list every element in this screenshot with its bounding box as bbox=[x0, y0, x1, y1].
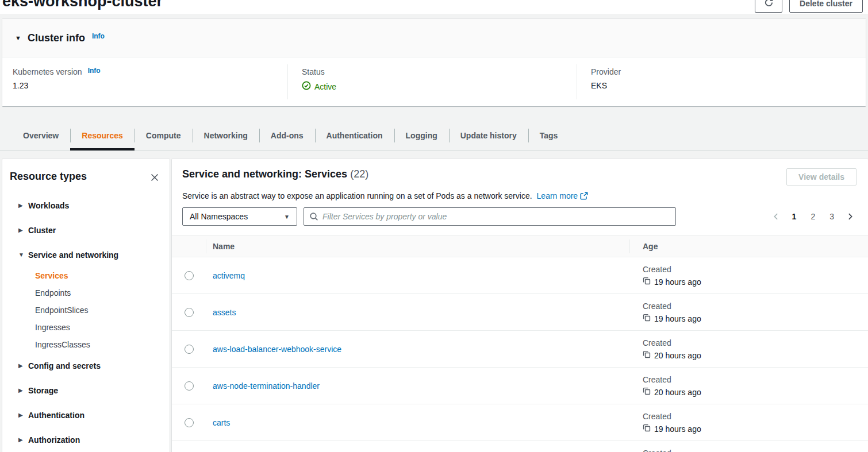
tab-authentication[interactable]: Authentication bbox=[315, 121, 394, 150]
view-details-button[interactable]: View details bbox=[786, 168, 857, 186]
sidebar-item-endpointslices[interactable]: EndpointSlices bbox=[35, 302, 160, 319]
chevron-down-icon: ▼ bbox=[284, 214, 290, 220]
tab-logging[interactable]: Logging bbox=[394, 121, 449, 150]
age-value: 19 hours ago bbox=[654, 275, 701, 289]
row-radio[interactable] bbox=[185, 271, 194, 280]
pagination: 1 2 3 bbox=[770, 210, 857, 223]
tab-overview[interactable]: Overview bbox=[11, 121, 70, 150]
created-label: Created bbox=[643, 336, 868, 349]
created-label: Created bbox=[643, 446, 868, 452]
row-radio[interactable] bbox=[185, 418, 194, 427]
service-name-link[interactable]: assets bbox=[213, 308, 236, 317]
service-name-link[interactable]: aws-load-balancer-webhook-service bbox=[213, 345, 341, 354]
sidebar-item-storage[interactable]: ▶ Storage bbox=[10, 378, 160, 403]
field-kubernetes-version: Kubernetes version Info 1.23 bbox=[2, 57, 287, 106]
age-value: 20 hours ago bbox=[654, 385, 701, 399]
field-status: Status Active bbox=[287, 57, 577, 106]
services-count: (22) bbox=[350, 168, 368, 180]
refresh-icon bbox=[764, 0, 774, 9]
status-badge: Active bbox=[302, 81, 577, 92]
row-radio[interactable] bbox=[185, 345, 194, 354]
sidebar-item-cluster[interactable]: ▶ Cluster bbox=[10, 218, 160, 242]
tab-resources[interactable]: Resources bbox=[70, 121, 135, 150]
sidebar-item-config-and-secrets[interactable]: ▶ Config and secrets bbox=[10, 353, 160, 378]
services-description: Service is an abstract way to expose an … bbox=[172, 186, 868, 202]
table-row: Created bbox=[172, 441, 868, 452]
sidebar-item-services[interactable]: Services bbox=[35, 267, 160, 284]
copy-icon[interactable] bbox=[643, 422, 651, 436]
page-1[interactable]: 1 bbox=[788, 210, 801, 223]
resource-tree: ▶ Workloads ▶ Cluster ▼ Service and netw… bbox=[10, 193, 160, 452]
content-area: Resource types ▶ Workloads ▶ Cluster ▼ S… bbox=[0, 159, 868, 452]
cluster-info-header[interactable]: ▼ Cluster info Info bbox=[2, 19, 866, 57]
filter-input[interactable] bbox=[304, 207, 676, 226]
tab-bar: Overview Resources Compute Networking Ad… bbox=[0, 121, 868, 151]
sidebar-item-ingresses[interactable]: Ingresses bbox=[35, 319, 160, 336]
page-3[interactable]: 3 bbox=[825, 210, 839, 223]
status-check-icon bbox=[302, 81, 311, 92]
sidebar-item-endpoints[interactable]: Endpoints bbox=[35, 284, 160, 302]
tab-networking[interactable]: Networking bbox=[193, 121, 259, 150]
copy-icon[interactable] bbox=[643, 275, 651, 289]
services-table: Name Age activemq Created 19 hours ago bbox=[172, 235, 868, 452]
tab-compute[interactable]: Compute bbox=[135, 121, 193, 150]
table-row: activemq Created 19 hours ago bbox=[172, 257, 868, 294]
kubernetes-version-label: Kubernetes version bbox=[13, 67, 82, 76]
age-value: 20 hours ago bbox=[654, 349, 701, 362]
next-page-icon[interactable] bbox=[844, 210, 857, 223]
field-provider: Provider EKS bbox=[577, 57, 866, 106]
tab-tags[interactable]: Tags bbox=[528, 121, 570, 150]
cluster-info-body: Kubernetes version Info 1.23 Status Acti… bbox=[2, 57, 866, 106]
service-name-link[interactable]: aws-node-termination-handler bbox=[213, 381, 320, 391]
table-row: carts Created 19 hours ago bbox=[172, 404, 868, 441]
external-link-icon bbox=[580, 192, 588, 202]
resource-types-panel: Resource types ▶ Workloads ▶ Cluster ▼ S… bbox=[2, 159, 170, 452]
provider-label: Provider bbox=[591, 67, 621, 76]
expand-arrow-icon: ▶ bbox=[18, 387, 28, 393]
sidebar-item-service-and-networking[interactable]: ▼ Service and networking bbox=[10, 242, 160, 267]
created-label: Created bbox=[643, 373, 868, 385]
learn-more-link[interactable]: Learn more bbox=[537, 191, 578, 200]
table-row: aws-load-balancer-webhook-service Create… bbox=[172, 331, 868, 368]
sidebar-item-workloads[interactable]: ▶ Workloads bbox=[10, 193, 160, 218]
close-icon[interactable] bbox=[149, 172, 160, 185]
resource-types-title: Resource types bbox=[10, 171, 87, 183]
cluster-info-info-link[interactable]: Info bbox=[92, 32, 105, 40]
table-row: assets Created 19 hours ago bbox=[172, 294, 868, 331]
table-row: aws-node-termination-handler Created 20 … bbox=[172, 368, 868, 404]
refresh-button[interactable] bbox=[755, 0, 782, 13]
services-panel-title: Service and networking: Services (22) bbox=[182, 168, 368, 180]
sidebar-item-authorization[interactable]: ▶ Authorization bbox=[10, 427, 160, 452]
delete-cluster-button[interactable]: Delete cluster bbox=[789, 0, 863, 13]
tab-update-history[interactable]: Update history bbox=[449, 121, 528, 150]
sidebar-item-ingressclasses[interactable]: IngressClasses bbox=[35, 336, 160, 353]
page-title: eks-workshop-cluster bbox=[2, 0, 163, 10]
tab-add-ons[interactable]: Add-ons bbox=[259, 121, 315, 150]
copy-icon[interactable] bbox=[643, 312, 651, 326]
expand-arrow-icon: ▶ bbox=[18, 436, 28, 443]
collapse-caret-icon[interactable]: ▼ bbox=[15, 34, 21, 41]
service-name-link[interactable]: carts bbox=[213, 418, 230, 427]
row-radio[interactable] bbox=[185, 308, 194, 317]
age-value: 19 hours ago bbox=[654, 312, 701, 326]
age-column-header[interactable]: Age bbox=[629, 235, 868, 257]
search-icon bbox=[309, 212, 318, 221]
page-2[interactable]: 2 bbox=[806, 210, 820, 223]
sidebar-item-authentication[interactable]: ▶ Authentication bbox=[10, 403, 160, 427]
row-radio[interactable] bbox=[185, 381, 194, 391]
services-panel: Service and networking: Services (22) Vi… bbox=[172, 159, 868, 452]
copy-icon[interactable] bbox=[643, 385, 651, 399]
expand-arrow-icon: ▶ bbox=[18, 362, 28, 369]
kubernetes-version-info-link[interactable]: Info bbox=[88, 67, 101, 75]
page-header: eks-workshop-cluster Delete cluster bbox=[0, 0, 868, 14]
service-name-link[interactable]: activemq bbox=[213, 271, 245, 280]
expand-arrow-icon: ▶ bbox=[18, 227, 28, 233]
provider-value: EKS bbox=[591, 81, 866, 90]
namespace-select-value: All Namespaces bbox=[190, 212, 248, 221]
previous-page-icon[interactable] bbox=[770, 210, 782, 223]
copy-icon[interactable] bbox=[643, 349, 651, 362]
filter-box bbox=[304, 207, 676, 226]
name-column-header[interactable]: Name bbox=[206, 235, 629, 257]
namespace-select[interactable]: All Namespaces ▼ bbox=[182, 207, 297, 226]
kubernetes-version-value: 1.23 bbox=[13, 81, 287, 90]
